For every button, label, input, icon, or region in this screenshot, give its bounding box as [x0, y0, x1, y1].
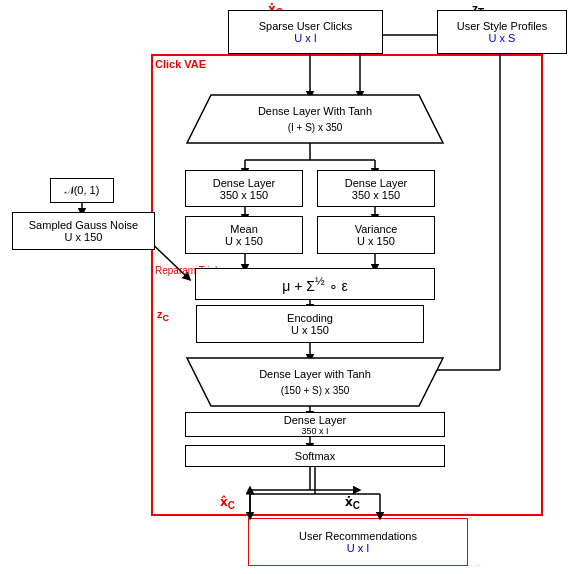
- gauss-noise-box: Sampled Gauss Noise U x 150: [12, 212, 155, 250]
- style-profiles-label: User Style Profiles: [457, 20, 547, 32]
- softmax-label: Softmax: [295, 450, 335, 462]
- dense-tanh2-trap: Dense Layer with Tanh (150 + S) x 350: [185, 356, 445, 408]
- svg-text:Dense Layer with Tanh: Dense Layer with Tanh: [259, 368, 371, 380]
- variance-label: Variance: [355, 223, 398, 235]
- click-vae-label: Click VAE: [155, 58, 206, 70]
- dense-left-sublabel: 350 x 150: [220, 189, 268, 201]
- svg-text:(150 + S) x 350: (150 + S) x 350: [281, 385, 350, 396]
- gauss-noise-sublabel: U x 150: [65, 231, 103, 243]
- svg-text:Dense Layer With Tanh: Dense Layer With Tanh: [258, 105, 372, 117]
- bottom-arrows: [0, 464, 574, 564]
- sparse-clicks-box: Sparse User Clicks U x I: [228, 10, 383, 54]
- normal-dist-box: 𝒩(0, 1): [50, 178, 114, 203]
- mean-box: Mean U x 150: [185, 216, 303, 254]
- style-profiles-box: User Style Profiles U x S: [437, 10, 567, 54]
- svg-marker-29: [187, 358, 443, 406]
- dense-left-label: Dense Layer: [213, 177, 275, 189]
- variance-sublabel: U x 150: [357, 235, 395, 247]
- mean-sublabel: U x 150: [225, 235, 263, 247]
- dense-tanh1-trap: Dense Layer With Tanh (I + S) x 350: [185, 93, 445, 145]
- reparam-formula-box: μ + Σ½ ∘ ε: [195, 268, 435, 300]
- encoding-sublabel: U x 150: [291, 324, 329, 336]
- mean-label: Mean: [230, 223, 258, 235]
- normal-dist-label: 𝒩(0, 1): [65, 184, 100, 197]
- sparse-clicks-sublabel: U x I: [294, 32, 317, 44]
- svg-marker-26: [187, 95, 443, 143]
- dense-right-sublabel: 350 x 150: [352, 189, 400, 201]
- dense-left-box: Dense Layer 350 x 150: [185, 170, 303, 207]
- dense-layer2-box: Dense Layer 350 x I: [185, 412, 445, 437]
- dense-layer2-sublabel: 350 x I: [301, 426, 328, 436]
- diagram: ẋC zT Sparse User Clicks U x I User Sty…: [0, 0, 574, 574]
- svg-text:(I + S) x 350: (I + S) x 350: [288, 122, 343, 133]
- gauss-noise-label: Sampled Gauss Noise: [29, 219, 138, 231]
- variance-box: Variance U x 150: [317, 216, 435, 254]
- dense-right-box: Dense Layer 350 x 150: [317, 170, 435, 207]
- zc-label: zC: [157, 308, 169, 323]
- encoding-box: Encoding U x 150: [196, 305, 424, 343]
- sparse-clicks-label: Sparse User Clicks: [259, 20, 353, 32]
- style-profiles-sublabel: U x S: [489, 32, 516, 44]
- reparam-formula: μ + Σ½ ∘ ε: [282, 274, 347, 294]
- dense-layer2-label: Dense Layer: [284, 414, 346, 426]
- dense-right-label: Dense Layer: [345, 177, 407, 189]
- encoding-label: Encoding: [287, 312, 333, 324]
